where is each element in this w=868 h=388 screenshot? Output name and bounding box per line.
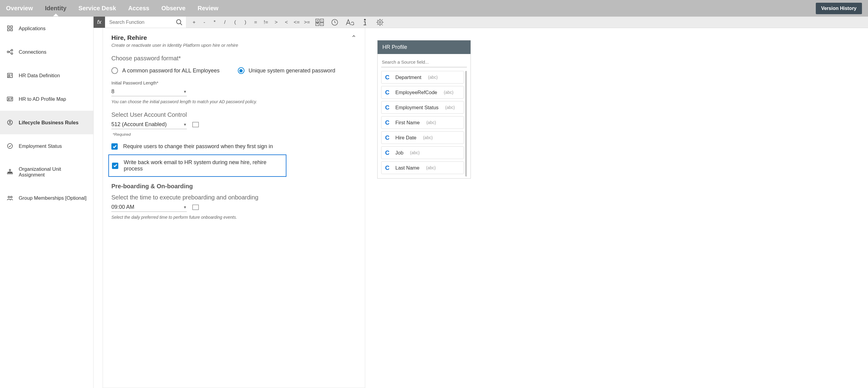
- version-history-button[interactable]: Version History: [816, 3, 862, 14]
- op-lparen[interactable]: (: [230, 17, 240, 28]
- sidebar-item-hr-data[interactable]: HR Data Definition: [0, 64, 93, 87]
- connections-icon: [7, 48, 13, 55]
- svg-point-6: [11, 53, 13, 55]
- sidebar-item-connections[interactable]: Connections: [0, 40, 93, 64]
- op-div[interactable]: /: [220, 17, 230, 28]
- hr-field-name: Department: [395, 74, 421, 80]
- sidebar-item-applications[interactable]: Applications: [0, 17, 93, 40]
- table-icon[interactable]: [192, 122, 199, 127]
- op-eq[interactable]: =: [250, 17, 261, 28]
- hr-field-employeerefcode[interactable]: CEmployeeRefCode(abc): [381, 86, 464, 99]
- sidebar-item-label: HR Data Definition: [19, 73, 60, 78]
- search-function-wrapper: [105, 17, 186, 28]
- hr-search-input[interactable]: [381, 58, 467, 67]
- hr-field-department[interactable]: CDepartment(abc): [381, 71, 464, 84]
- section-subtitle: Create or reactivate user in Identity Pl…: [112, 42, 238, 48]
- tab-identity[interactable]: Identity: [45, 1, 66, 16]
- clock-icon[interactable]: [327, 17, 342, 28]
- radio-unique-password[interactable]: Unique system generated password: [238, 67, 335, 74]
- uac-select[interactable]: 512 (Account Enabled) ▼: [112, 120, 187, 129]
- op-lt[interactable]: <: [281, 17, 291, 28]
- hr-field-type: (abc): [410, 150, 420, 155]
- field-type-icon: C: [385, 120, 391, 126]
- boarding-help: Select the daily preferred time to perfo…: [112, 215, 356, 220]
- op-gt[interactable]: >: [271, 17, 281, 28]
- boarding-time-value: 09:00 AM: [112, 204, 134, 210]
- svg-rect-0: [7, 26, 9, 28]
- hr-data-icon: [7, 72, 13, 79]
- info-icon[interactable]: [357, 17, 372, 28]
- math-icon[interactable]: [312, 17, 327, 28]
- op-gte[interactable]: >=: [302, 17, 312, 28]
- sidebar-item-employment-status[interactable]: Employment Status: [0, 134, 93, 158]
- sidebar-item-label: Lifecycle Business Rules: [19, 120, 79, 126]
- operator-bar: + - * / ( ) = != > < <= >=: [186, 17, 388, 28]
- content: fx + - * / ( ) = != > < <= >=: [94, 17, 868, 388]
- formula-bar: fx + - * / ( ) = != > < <= >=: [94, 17, 868, 28]
- checkbox-writeback-email[interactable]: Write back work email to HR system durin…: [108, 155, 286, 177]
- tab-access[interactable]: Access: [128, 1, 149, 16]
- sidebar-item-label: HR to AD Profile Map: [19, 96, 66, 102]
- hr-field-list[interactable]: CDepartment(abc) CEmployeeRefCode(abc) C…: [381, 71, 467, 176]
- hr-field-hire-date[interactable]: CHire Date(abc): [381, 131, 464, 144]
- text-icon[interactable]: [342, 17, 357, 28]
- radio-label: A common password for ALL Employees: [122, 68, 220, 74]
- hr-profile-panel: HR Profile CDepartment(abc) CEmployeeRef…: [377, 40, 471, 179]
- field-type-icon: C: [385, 165, 391, 171]
- sidebar-item-label: Group Memberships [Optional]: [19, 195, 87, 201]
- svg-point-18: [8, 196, 10, 198]
- tab-service-desk[interactable]: Service Desk: [79, 1, 116, 16]
- radio-icon: [112, 67, 118, 74]
- svg-rect-29: [192, 122, 198, 127]
- tab-overview[interactable]: Overview: [6, 1, 33, 16]
- field-type-icon: C: [385, 74, 391, 80]
- sidebar-item-groups[interactable]: Group Memberships [Optional]: [0, 186, 93, 210]
- svg-point-12: [9, 121, 10, 122]
- svg-rect-23: [316, 23, 319, 26]
- uac-value: 512 (Account Enabled): [112, 121, 166, 128]
- svg-point-20: [177, 20, 181, 24]
- op-rparen[interactable]: ): [240, 17, 250, 28]
- radio-common-password[interactable]: A common password for ALL Employees: [112, 67, 220, 74]
- svg-rect-1: [10, 26, 12, 28]
- svg-point-8: [8, 74, 10, 76]
- hr-field-employment-status[interactable]: CEmployment Status(abc): [381, 101, 464, 114]
- pw-length-select[interactable]: 8 ▼: [112, 87, 187, 96]
- tab-review[interactable]: Review: [198, 1, 218, 16]
- hr-field-type: (abc): [428, 75, 438, 79]
- uac-label: Select User Account Control: [112, 111, 356, 118]
- sidebar-item-org-unit[interactable]: Organizational Unit Assignment: [0, 158, 93, 186]
- collapse-icon[interactable]: ⌃: [351, 34, 356, 42]
- svg-point-16: [9, 172, 11, 174]
- hr-field-last-name[interactable]: CLast Name(abc): [381, 161, 464, 174]
- op-plus[interactable]: +: [189, 17, 199, 28]
- op-minus[interactable]: -: [199, 17, 210, 28]
- section-title: Hire, Rehire: [112, 34, 238, 41]
- op-mult[interactable]: *: [210, 17, 220, 28]
- hr-field-job[interactable]: CJob(abc): [381, 146, 464, 159]
- sidebar-item-label: Applications: [19, 26, 45, 31]
- top-nav: Overview Identity Service Desk Access Ob…: [0, 0, 868, 17]
- sidebar-item-profile-map[interactable]: HR to AD Profile Map: [0, 87, 93, 111]
- search-function-input[interactable]: [105, 17, 186, 28]
- op-lte[interactable]: <=: [291, 17, 302, 28]
- hr-field-name: EmployeeRefCode: [395, 90, 437, 95]
- sidebar-item-lifecycle[interactable]: Lifecycle Business Rules: [0, 111, 93, 134]
- search-icon[interactable]: [176, 19, 183, 26]
- status-icon: [7, 143, 13, 149]
- hr-field-type: (abc): [427, 120, 436, 125]
- hr-field-first-name[interactable]: CFirst Name(abc): [381, 116, 464, 129]
- svg-point-10: [8, 98, 10, 99]
- svg-point-4: [7, 51, 9, 53]
- chevron-down-icon: ▼: [183, 123, 187, 127]
- form-panel: Hire, Rehire Create or reactivate user i…: [103, 28, 365, 388]
- boarding-time-select[interactable]: 09:00 AM ▼: [112, 203, 187, 212]
- sidebar-item-label: Connections: [19, 49, 46, 55]
- op-neq[interactable]: !=: [261, 17, 271, 28]
- table-icon[interactable]: [192, 204, 199, 210]
- tab-observe[interactable]: Observe: [161, 1, 186, 16]
- hr-field-name: Employment Status: [395, 105, 438, 110]
- checkbox-require-change[interactable]: Require users to change their password w…: [112, 143, 356, 150]
- ai-icon[interactable]: [372, 17, 388, 28]
- fx-badge: fx: [94, 17, 105, 28]
